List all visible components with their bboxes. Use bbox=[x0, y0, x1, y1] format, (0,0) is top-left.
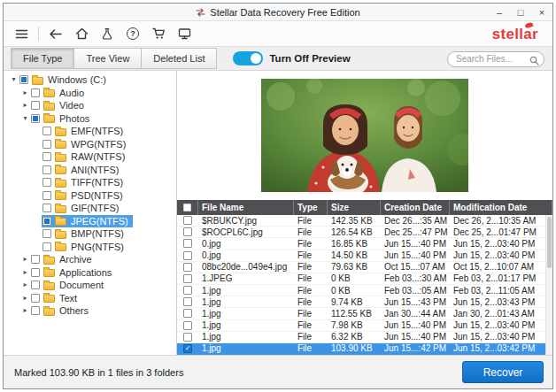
table-scrollbar[interactable] bbox=[545, 215, 552, 355]
maximize-button[interactable]: □ bbox=[510, 4, 531, 20]
tree-item-jpeg-ntfs[interactable]: JPEG(NTFS) bbox=[4, 215, 176, 228]
menu-icon[interactable] bbox=[12, 24, 30, 43]
folder-checkbox[interactable] bbox=[42, 242, 51, 251]
tree-item-bmp-ntfs[interactable]: BMP(NTFS) bbox=[4, 227, 176, 241]
table-row[interactable]: 1.jpgFile7.98 KBJun 15...:40 PMJun 15, 2… bbox=[177, 320, 545, 332]
tree-item-others[interactable]: ▸Others bbox=[4, 304, 176, 318]
tree-item-raw-ntfs[interactable]: RAW(NTFS) bbox=[4, 150, 176, 164]
tree-item-psd-ntfs[interactable]: PSD(NTFS) bbox=[4, 189, 176, 203]
folder-checkbox[interactable] bbox=[42, 191, 51, 200]
file-checkbox[interactable] bbox=[183, 333, 192, 342]
tab-file-type[interactable]: File Type bbox=[11, 48, 74, 69]
home-icon[interactable] bbox=[73, 24, 90, 43]
table-row[interactable]: $ROCPL6C.jpgFile126.54 KBDec 25...:47 PM… bbox=[177, 227, 545, 238]
cart-icon[interactable] bbox=[150, 24, 167, 43]
folder-checkbox[interactable] bbox=[31, 114, 40, 123]
preview-toggle[interactable] bbox=[233, 51, 263, 65]
tree-item-wpg-ntfs[interactable]: WPG(NTFS) bbox=[4, 138, 176, 151]
file-checkbox[interactable] bbox=[183, 251, 192, 260]
expand-arrow-icon[interactable]: ▸ bbox=[20, 269, 30, 276]
file-checkbox[interactable]: ✓ bbox=[183, 344, 192, 353]
table-row[interactable]: 0.jpgFile16.85 KBJun 15...:40 PMJun 15, … bbox=[177, 238, 545, 250]
file-checkbox[interactable] bbox=[183, 239, 192, 248]
tree-item-inner: Video bbox=[30, 99, 89, 112]
tree-item-photos[interactable]: ▾Photos bbox=[4, 112, 176, 126]
tree-item-document[interactable]: ▸Document bbox=[4, 279, 176, 292]
table-row[interactable]: 1.jpgFile9.74 KBJun 15...:43 PMJun 15, 2… bbox=[177, 296, 545, 308]
tree-item-text[interactable]: ▸Text bbox=[4, 292, 176, 305]
folder-checkbox[interactable] bbox=[31, 255, 40, 264]
folder-checkbox[interactable] bbox=[31, 101, 40, 110]
column-header-size[interactable]: Size bbox=[328, 200, 381, 215]
tree-item-ani-ntfs[interactable]: ANI(NTFS) bbox=[4, 164, 176, 177]
tree-item-png-ntfs[interactable]: PNG(NTFS) bbox=[4, 241, 176, 254]
folder-checkbox[interactable] bbox=[42, 204, 51, 212]
back-icon[interactable] bbox=[47, 24, 65, 43]
collapse-arrow-icon[interactable]: ▾ bbox=[9, 76, 19, 83]
folder-checkbox[interactable] bbox=[31, 281, 40, 289]
file-checkbox[interactable] bbox=[183, 297, 192, 306]
tab-tree-view[interactable]: Tree View bbox=[74, 48, 142, 69]
file-checkbox[interactable] bbox=[183, 274, 192, 283]
file-checkbox[interactable] bbox=[183, 263, 192, 272]
expand-arrow-icon[interactable]: ▸ bbox=[20, 307, 30, 314]
tree-item-emf-ntfs[interactable]: EMF(NTFS) bbox=[4, 125, 176, 138]
flask-icon[interactable] bbox=[98, 24, 116, 43]
expand-arrow-icon[interactable]: ▸ bbox=[20, 89, 30, 96]
folder-checkbox[interactable] bbox=[42, 140, 51, 149]
tree-item-archive[interactable]: ▸Archive bbox=[4, 253, 176, 266]
file-created: Feb 03...:30 AM bbox=[381, 273, 450, 284]
expand-arrow-icon[interactable]: ▸ bbox=[20, 256, 30, 263]
expand-arrow-icon[interactable]: ▸ bbox=[20, 102, 30, 109]
scrollbar-thumb[interactable] bbox=[547, 217, 552, 268]
tree-item-applications[interactable]: ▸Applications bbox=[4, 266, 176, 280]
expand-arrow-icon[interactable]: ▸ bbox=[20, 281, 30, 288]
collapse-arrow-icon[interactable]: ▾ bbox=[20, 115, 30, 122]
folder-checkbox[interactable] bbox=[31, 268, 40, 277]
search-icon[interactable] bbox=[529, 53, 539, 69]
tree-item-audio[interactable]: ▸Audio bbox=[4, 87, 176, 100]
file-checkbox[interactable] bbox=[183, 286, 192, 295]
folder-checkbox[interactable] bbox=[42, 178, 51, 187]
folder-checkbox[interactable] bbox=[42, 152, 51, 161]
tree-item-video[interactable]: ▸Video bbox=[4, 99, 176, 112]
preview-toggle-group: Turn Off Preview bbox=[233, 47, 350, 70]
close-button[interactable]: × bbox=[531, 4, 552, 20]
tab-deleted-list[interactable]: Deleted List bbox=[142, 48, 217, 69]
table-row[interactable]: 1.jpgFile112.55 KBJan 30...:44 AMJan 30,… bbox=[177, 308, 545, 319]
folder-checkbox[interactable] bbox=[42, 127, 51, 135]
folder-checkbox[interactable] bbox=[42, 165, 51, 174]
folder-checkbox[interactable] bbox=[31, 306, 40, 315]
file-checkbox[interactable] bbox=[183, 321, 192, 330]
table-row[interactable]: $RBUKCY.jpgFile142.35 KBDec 26...:35 AMD… bbox=[177, 215, 545, 227]
file-checkbox[interactable] bbox=[183, 227, 192, 236]
expand-arrow-icon[interactable]: ▸ bbox=[20, 295, 30, 302]
column-header-modification-date[interactable]: Modification Date bbox=[450, 200, 552, 215]
table-row[interactable]: ✓1.jpgFile103.90 KBJun 15...:42 PMJun 15… bbox=[177, 343, 545, 355]
table-row[interactable]: 0.jpgFile14.50 KBJun 15...:40 PMJun 15, … bbox=[177, 250, 545, 262]
file-modified: Jun 15, 2...03:42 PM bbox=[450, 343, 545, 354]
file-checkbox[interactable] bbox=[183, 309, 192, 318]
monitor-icon[interactable] bbox=[175, 24, 193, 43]
column-header-creation-date[interactable]: Creation Date bbox=[381, 200, 450, 215]
select-all-checkbox[interactable] bbox=[183, 204, 191, 211]
folder-checkbox[interactable] bbox=[42, 229, 51, 238]
stellar-logo: stellar bbox=[492, 27, 544, 42]
tree-item-windows-c[interactable]: ▾Windows (C:) bbox=[4, 73, 176, 87]
file-checkbox[interactable] bbox=[183, 216, 192, 225]
help-icon[interactable]: ? bbox=[124, 24, 142, 43]
folder-checkbox[interactable] bbox=[31, 88, 40, 97]
table-row[interactable]: 1.jpgFile6.32 KBJun 15...:40 PMJun 15, 2… bbox=[177, 332, 545, 343]
table-row[interactable]: 1.jpgFile0 KBFeb 03...:05 AMFeb 03, 2...… bbox=[177, 285, 545, 296]
minimize-button[interactable]: – bbox=[489, 4, 510, 20]
folder-checkbox[interactable] bbox=[19, 75, 28, 84]
table-row[interactable]: 08bc20de...049e4.jpgFile79.63 KBOct 15..… bbox=[177, 262, 545, 273]
recover-button[interactable]: Recover bbox=[462, 361, 544, 383]
tree-item-tiff-ntfs[interactable]: TIFF(NTFS) bbox=[4, 176, 176, 189]
column-header-type[interactable]: Type bbox=[294, 200, 328, 215]
column-header-file-name[interactable]: File Name bbox=[198, 200, 294, 215]
folder-checkbox[interactable] bbox=[31, 294, 40, 303]
folder-checkbox[interactable] bbox=[42, 217, 51, 226]
table-row[interactable]: 1.JPEGFile0 KBFeb 03...:30 AMFeb 03, 2..… bbox=[177, 273, 545, 285]
tree-item-gif-ntfs[interactable]: GIF(NTFS) bbox=[4, 202, 176, 215]
